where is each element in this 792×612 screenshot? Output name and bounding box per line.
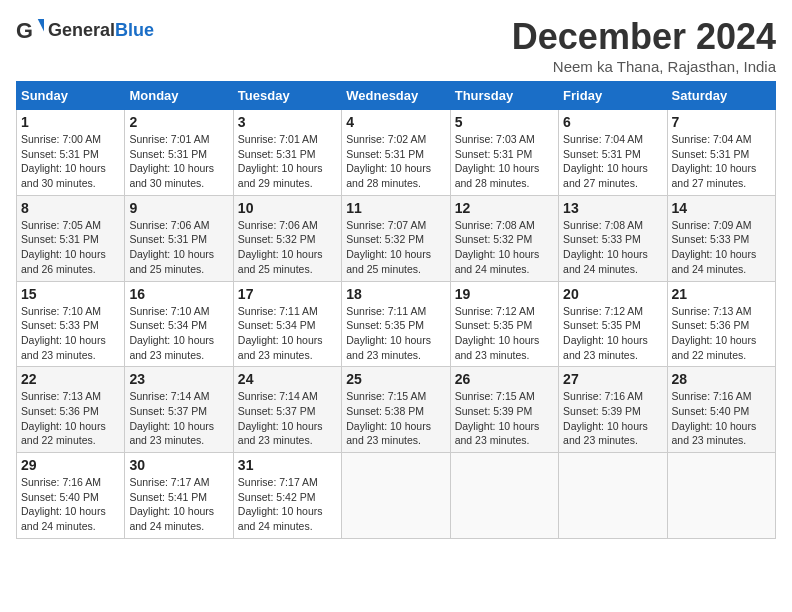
header-monday: Monday xyxy=(125,82,233,110)
day-number: 1 xyxy=(21,114,120,130)
day-detail: Sunrise: 7:12 AM Sunset: 5:35 PM Dayligh… xyxy=(563,304,662,363)
day-cell: 30 Sunrise: 7:17 AM Sunset: 5:41 PM Dayl… xyxy=(125,453,233,539)
day-number: 11 xyxy=(346,200,445,216)
day-number: 28 xyxy=(672,371,771,387)
day-cell: 7 Sunrise: 7:04 AM Sunset: 5:31 PM Dayli… xyxy=(667,110,775,196)
svg-text:G: G xyxy=(16,18,33,43)
day-cell: 26 Sunrise: 7:15 AM Sunset: 5:39 PM Dayl… xyxy=(450,367,558,453)
header-sunday: Sunday xyxy=(17,82,125,110)
day-cell: 15 Sunrise: 7:10 AM Sunset: 5:33 PM Dayl… xyxy=(17,281,125,367)
day-number: 29 xyxy=(21,457,120,473)
day-number: 18 xyxy=(346,286,445,302)
day-number: 30 xyxy=(129,457,228,473)
day-cell: 20 Sunrise: 7:12 AM Sunset: 5:35 PM Dayl… xyxy=(559,281,667,367)
logo-icon: G xyxy=(16,16,44,44)
day-detail: Sunrise: 7:06 AM Sunset: 5:32 PM Dayligh… xyxy=(238,218,337,277)
day-number: 15 xyxy=(21,286,120,302)
day-detail: Sunrise: 7:03 AM Sunset: 5:31 PM Dayligh… xyxy=(455,132,554,191)
day-cell: 28 Sunrise: 7:16 AM Sunset: 5:40 PM Dayl… xyxy=(667,367,775,453)
day-number: 26 xyxy=(455,371,554,387)
day-detail: Sunrise: 7:11 AM Sunset: 5:35 PM Dayligh… xyxy=(346,304,445,363)
week-row-0: 1 Sunrise: 7:00 AM Sunset: 5:31 PM Dayli… xyxy=(17,110,776,196)
day-detail: Sunrise: 7:15 AM Sunset: 5:39 PM Dayligh… xyxy=(455,389,554,448)
day-cell: 10 Sunrise: 7:06 AM Sunset: 5:32 PM Dayl… xyxy=(233,195,341,281)
day-cell: 5 Sunrise: 7:03 AM Sunset: 5:31 PM Dayli… xyxy=(450,110,558,196)
day-cell: 14 Sunrise: 7:09 AM Sunset: 5:33 PM Dayl… xyxy=(667,195,775,281)
day-detail: Sunrise: 7:06 AM Sunset: 5:31 PM Dayligh… xyxy=(129,218,228,277)
header-friday: Friday xyxy=(559,82,667,110)
day-number: 5 xyxy=(455,114,554,130)
day-cell: 31 Sunrise: 7:17 AM Sunset: 5:42 PM Dayl… xyxy=(233,453,341,539)
day-cell: 16 Sunrise: 7:10 AM Sunset: 5:34 PM Dayl… xyxy=(125,281,233,367)
day-detail: Sunrise: 7:04 AM Sunset: 5:31 PM Dayligh… xyxy=(563,132,662,191)
day-detail: Sunrise: 7:00 AM Sunset: 5:31 PM Dayligh… xyxy=(21,132,120,191)
day-number: 19 xyxy=(455,286,554,302)
header-wednesday: Wednesday xyxy=(342,82,450,110)
header-row: SundayMondayTuesdayWednesdayThursdayFrid… xyxy=(17,82,776,110)
day-cell: 19 Sunrise: 7:12 AM Sunset: 5:35 PM Dayl… xyxy=(450,281,558,367)
day-number: 8 xyxy=(21,200,120,216)
day-cell: 17 Sunrise: 7:11 AM Sunset: 5:34 PM Dayl… xyxy=(233,281,341,367)
day-detail: Sunrise: 7:11 AM Sunset: 5:34 PM Dayligh… xyxy=(238,304,337,363)
day-detail: Sunrise: 7:16 AM Sunset: 5:40 PM Dayligh… xyxy=(672,389,771,448)
day-cell: 8 Sunrise: 7:05 AM Sunset: 5:31 PM Dayli… xyxy=(17,195,125,281)
day-cell: 23 Sunrise: 7:14 AM Sunset: 5:37 PM Dayl… xyxy=(125,367,233,453)
day-number: 12 xyxy=(455,200,554,216)
day-detail: Sunrise: 7:09 AM Sunset: 5:33 PM Dayligh… xyxy=(672,218,771,277)
day-cell xyxy=(450,453,558,539)
day-cell: 11 Sunrise: 7:07 AM Sunset: 5:32 PM Dayl… xyxy=(342,195,450,281)
day-cell: 29 Sunrise: 7:16 AM Sunset: 5:40 PM Dayl… xyxy=(17,453,125,539)
day-number: 25 xyxy=(346,371,445,387)
day-number: 22 xyxy=(21,371,120,387)
day-detail: Sunrise: 7:05 AM Sunset: 5:31 PM Dayligh… xyxy=(21,218,120,277)
logo-blue: Blue xyxy=(115,20,154,40)
day-detail: Sunrise: 7:08 AM Sunset: 5:32 PM Dayligh… xyxy=(455,218,554,277)
logo: G GeneralBlue xyxy=(16,16,154,44)
day-detail: Sunrise: 7:17 AM Sunset: 5:41 PM Dayligh… xyxy=(129,475,228,534)
day-cell xyxy=(342,453,450,539)
day-cell: 3 Sunrise: 7:01 AM Sunset: 5:31 PM Dayli… xyxy=(233,110,341,196)
day-cell: 25 Sunrise: 7:15 AM Sunset: 5:38 PM Dayl… xyxy=(342,367,450,453)
week-row-3: 22 Sunrise: 7:13 AM Sunset: 5:36 PM Dayl… xyxy=(17,367,776,453)
day-number: 2 xyxy=(129,114,228,130)
day-cell: 6 Sunrise: 7:04 AM Sunset: 5:31 PM Dayli… xyxy=(559,110,667,196)
day-number: 20 xyxy=(563,286,662,302)
day-detail: Sunrise: 7:10 AM Sunset: 5:34 PM Dayligh… xyxy=(129,304,228,363)
day-detail: Sunrise: 7:01 AM Sunset: 5:31 PM Dayligh… xyxy=(238,132,337,191)
day-cell: 13 Sunrise: 7:08 AM Sunset: 5:33 PM Dayl… xyxy=(559,195,667,281)
day-cell: 12 Sunrise: 7:08 AM Sunset: 5:32 PM Dayl… xyxy=(450,195,558,281)
header-thursday: Thursday xyxy=(450,82,558,110)
week-row-2: 15 Sunrise: 7:10 AM Sunset: 5:33 PM Dayl… xyxy=(17,281,776,367)
day-number: 4 xyxy=(346,114,445,130)
day-number: 14 xyxy=(672,200,771,216)
day-cell: 21 Sunrise: 7:13 AM Sunset: 5:36 PM Dayl… xyxy=(667,281,775,367)
day-detail: Sunrise: 7:10 AM Sunset: 5:33 PM Dayligh… xyxy=(21,304,120,363)
day-detail: Sunrise: 7:16 AM Sunset: 5:39 PM Dayligh… xyxy=(563,389,662,448)
day-number: 6 xyxy=(563,114,662,130)
calendar-table: SundayMondayTuesdayWednesdayThursdayFrid… xyxy=(16,81,776,539)
day-detail: Sunrise: 7:07 AM Sunset: 5:32 PM Dayligh… xyxy=(346,218,445,277)
day-cell: 24 Sunrise: 7:14 AM Sunset: 5:37 PM Dayl… xyxy=(233,367,341,453)
day-number: 31 xyxy=(238,457,337,473)
day-number: 10 xyxy=(238,200,337,216)
day-number: 17 xyxy=(238,286,337,302)
day-cell: 27 Sunrise: 7:16 AM Sunset: 5:39 PM Dayl… xyxy=(559,367,667,453)
day-cell: 1 Sunrise: 7:00 AM Sunset: 5:31 PM Dayli… xyxy=(17,110,125,196)
svg-marker-1 xyxy=(38,19,44,31)
day-number: 3 xyxy=(238,114,337,130)
day-cell xyxy=(559,453,667,539)
day-number: 24 xyxy=(238,371,337,387)
day-number: 9 xyxy=(129,200,228,216)
day-detail: Sunrise: 7:13 AM Sunset: 5:36 PM Dayligh… xyxy=(21,389,120,448)
day-detail: Sunrise: 7:17 AM Sunset: 5:42 PM Dayligh… xyxy=(238,475,337,534)
week-row-4: 29 Sunrise: 7:16 AM Sunset: 5:40 PM Dayl… xyxy=(17,453,776,539)
day-cell: 4 Sunrise: 7:02 AM Sunset: 5:31 PM Dayli… xyxy=(342,110,450,196)
day-number: 23 xyxy=(129,371,228,387)
day-cell: 18 Sunrise: 7:11 AM Sunset: 5:35 PM Dayl… xyxy=(342,281,450,367)
day-detail: Sunrise: 7:16 AM Sunset: 5:40 PM Dayligh… xyxy=(21,475,120,534)
day-detail: Sunrise: 7:14 AM Sunset: 5:37 PM Dayligh… xyxy=(238,389,337,448)
day-number: 7 xyxy=(672,114,771,130)
header-saturday: Saturday xyxy=(667,82,775,110)
calendar-subtitle: Neem ka Thana, Rajasthan, India xyxy=(512,58,776,75)
day-cell: 2 Sunrise: 7:01 AM Sunset: 5:31 PM Dayli… xyxy=(125,110,233,196)
